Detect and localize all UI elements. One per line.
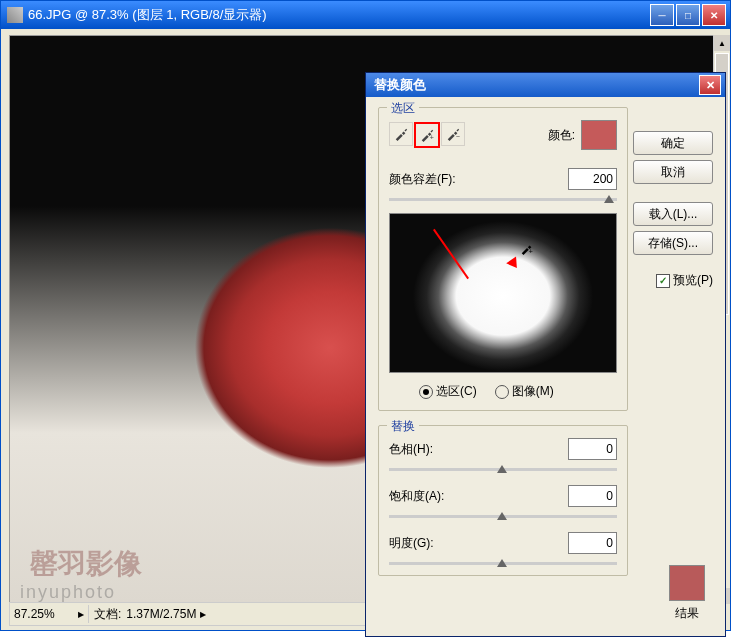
saturation-label: 饱和度(A): [389,488,457,505]
eyedropper-cursor-icon: + [520,241,534,258]
lightness-row: 明度(G): [389,532,617,554]
color-label: 颜色: [548,127,575,144]
fuzziness-input[interactable] [568,168,617,190]
zoom-value: 87.25% [14,607,55,621]
watermark-text: 罄羽影像 [30,545,142,583]
eyedroppers: + − [389,122,465,148]
fuzziness-slider[interactable] [389,198,617,201]
fuzziness-row: 颜色容差(F): [389,168,617,190]
document-icon [7,7,23,23]
radio-image-input[interactable] [495,385,509,399]
watermark-url: inyuphoto [20,582,116,603]
sample-color-swatch[interactable] [581,120,617,150]
saturation-input[interactable] [568,485,617,507]
zoom-input[interactable]: 87.25% ▶ [10,605,89,623]
result-label: 结果 [669,605,705,622]
svg-text:+: + [529,248,533,255]
hue-slider[interactable] [389,468,617,471]
load-button[interactable]: 载入(L)... [633,202,713,226]
replace-group: 替换 色相(H): 饱和度(A): 明度(G): [378,425,628,576]
cancel-button[interactable]: 取消 [633,160,713,184]
saturation-slider-thumb[interactable] [497,512,507,520]
hue-row: 色相(H): [389,438,617,460]
fuzziness-label: 颜色容差(F): [389,171,456,188]
result-color-swatch[interactable] [669,565,705,601]
doc-label: 文档: [89,606,126,623]
lightness-slider[interactable] [389,562,617,565]
replace-color-dialog: 替换颜色 ✕ 确定 取消 载入(L)... 存储(S)... ✓ 预览(P) 选… [365,72,726,637]
eyedropper-icon[interactable] [389,122,413,146]
close-button[interactable]: ✕ [702,4,726,26]
save-button[interactable]: 存储(S)... [633,231,713,255]
fuzziness-slider-thumb[interactable] [604,195,614,203]
scroll-up-icon[interactable]: ▲ [714,35,730,51]
window-controls: ─ □ ✕ [648,4,726,26]
preview-label: 预览(P) [673,272,713,289]
preview-checkbox-row[interactable]: ✓ 预览(P) [633,272,713,289]
doc-menu-icon[interactable]: ▶ [200,610,206,619]
dialog-buttons: 确定 取消 载入(L)... 存储(S)... ✓ 预览(P) [633,131,713,289]
titlebar: 66.JPG @ 87.3% (图层 1, RGB/8/显示器) ─ □ ✕ [1,1,730,29]
window-title: 66.JPG @ 87.3% (图层 1, RGB/8/显示器) [28,6,648,24]
result-swatch-container: 结果 [669,565,705,622]
radio-selection[interactable]: 选区(C) [419,383,477,400]
radio-image-label: 图像(M) [512,383,554,400]
saturation-slider[interactable] [389,515,617,518]
hue-slider-thumb[interactable] [497,465,507,473]
svg-text:−: − [456,133,460,140]
radio-selection-input[interactable] [419,385,433,399]
hue-input[interactable] [568,438,617,460]
radio-selection-label: 选区(C) [436,383,477,400]
maximize-button[interactable]: □ [676,4,700,26]
eyedropper-add-icon[interactable]: + [414,122,440,148]
preview-checkbox[interactable]: ✓ [656,274,670,288]
annotation-arrow [433,229,469,279]
dialog-title: 替换颜色 [374,76,426,94]
dialog-titlebar[interactable]: 替换颜色 ✕ [366,73,725,97]
ok-button[interactable]: 确定 [633,131,713,155]
svg-text:+: + [430,134,434,141]
annotation-arrow-head [506,256,522,271]
saturation-row: 饱和度(A): [389,485,617,507]
zoom-dropdown-icon[interactable]: ▶ [78,610,84,619]
selection-preview[interactable]: + [389,213,617,373]
preview-mode-radios: 选区(C) 图像(M) [419,383,617,400]
radio-image[interactable]: 图像(M) [495,383,554,400]
selection-group: 选区 + − 颜色: 颜色容差(F): + [378,107,628,411]
lightness-input[interactable] [568,532,617,554]
replace-group-label: 替换 [387,418,419,435]
minimize-button[interactable]: ─ [650,4,674,26]
eyedropper-row: + − 颜色: [389,120,617,150]
lightness-slider-thumb[interactable] [497,559,507,567]
selection-group-label: 选区 [387,100,419,117]
dialog-close-button[interactable]: ✕ [699,75,721,95]
hue-label: 色相(H): [389,441,457,458]
dialog-body: 确定 取消 载入(L)... 存储(S)... ✓ 预览(P) 选区 + − 颜… [366,97,725,600]
eyedropper-subtract-icon[interactable]: − [441,122,465,146]
doc-size: 1.37M/2.75M [126,607,196,621]
lightness-label: 明度(G): [389,535,457,552]
